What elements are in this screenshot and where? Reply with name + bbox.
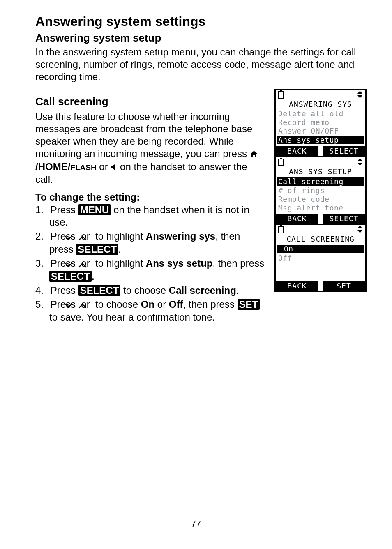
text-run: or bbox=[154, 299, 169, 310]
lcd-softkey-set[interactable]: SET bbox=[323, 281, 365, 291]
text-run: . bbox=[236, 285, 239, 296]
page-title: Answering system settings bbox=[35, 14, 367, 29]
step-5: Press or to choose On or Off, then press… bbox=[35, 298, 265, 324]
lcd-row bbox=[277, 262, 364, 271]
home-icon bbox=[250, 148, 258, 161]
steps-heading: To change the setting: bbox=[35, 191, 265, 203]
lcd-gap bbox=[318, 146, 323, 156]
svg-rect-9 bbox=[279, 226, 284, 233]
option-off: Off bbox=[169, 299, 183, 310]
lcd-row-highlighted: Call screening bbox=[277, 177, 364, 186]
option-on: On bbox=[141, 299, 154, 310]
lcd-column: ANSWERING SYS Delete all old Record memo… bbox=[274, 89, 367, 325]
lcd-screen-3: CALL SCREENING ✓On Off BACK SET bbox=[274, 224, 367, 292]
step-2: Press or to highlight Answering sys, the… bbox=[35, 230, 265, 256]
lcd-row-text: On bbox=[284, 245, 293, 253]
text-run: to choose bbox=[120, 285, 168, 296]
steps-list: Press MENU on the handset when it is not… bbox=[35, 204, 265, 323]
lcd-row bbox=[277, 271, 364, 279]
page-number: 77 bbox=[0, 519, 392, 529]
select-key: SELECT bbox=[78, 285, 121, 296]
step-3: Press or to highlight Ans sys setup, the… bbox=[35, 257, 265, 283]
lcd-row: Off bbox=[277, 254, 364, 262]
svg-marker-10 bbox=[357, 226, 362, 228]
battery-icon bbox=[278, 90, 284, 100]
lcd-gap bbox=[318, 281, 323, 291]
menu-target: Answering sys bbox=[146, 231, 215, 242]
svg-marker-11 bbox=[357, 230, 362, 233]
text-run: . bbox=[92, 271, 95, 282]
lcd-screen-1: ANSWERING SYS Delete all old Record memo… bbox=[274, 89, 367, 157]
battery-icon bbox=[278, 225, 284, 235]
lcd-title: CALL SCREENING bbox=[277, 235, 364, 243]
svg-rect-5 bbox=[279, 159, 284, 166]
svg-marker-3 bbox=[357, 95, 362, 98]
lcd-title: ANS SYS SETUP bbox=[277, 167, 364, 176]
lcd-row: Remote code bbox=[277, 195, 364, 203]
call-screening-paragraph: Use this feature to choose whether incom… bbox=[35, 111, 265, 186]
text-run: or bbox=[97, 161, 111, 172]
updown-icon bbox=[357, 90, 363, 100]
lcd-title: ANSWERING SYS bbox=[277, 100, 364, 108]
lcd-row: Answer ON/OFF bbox=[277, 127, 364, 135]
text-run: Press bbox=[51, 285, 78, 296]
subsection-heading: Call screening bbox=[35, 95, 265, 108]
svg-rect-1 bbox=[279, 92, 284, 98]
text-run: . bbox=[118, 244, 121, 255]
step-4: Press SELECT to choose Call screening. bbox=[35, 284, 265, 297]
speaker-icon bbox=[111, 161, 117, 173]
lcd-softkey-back[interactable]: BACK bbox=[276, 146, 318, 156]
lcd-softkey-back[interactable]: BACK bbox=[276, 214, 318, 224]
updown-icon bbox=[357, 225, 363, 235]
flash-label: FLASH bbox=[70, 163, 96, 172]
step-1: Press MENU on the handset when it is not… bbox=[35, 204, 265, 228]
svg-marker-6 bbox=[357, 158, 362, 161]
lcd-softkey-select[interactable]: SELECT bbox=[323, 214, 365, 224]
svg-marker-7 bbox=[357, 163, 362, 166]
svg-marker-2 bbox=[357, 91, 362, 94]
updown-icon bbox=[357, 158, 363, 168]
text-run: to save. You hear a confirmation tone. bbox=[49, 311, 215, 323]
lcd-row: Msg alert tone bbox=[277, 203, 364, 212]
check-icon: ✓ bbox=[278, 245, 284, 253]
text-run: , then press bbox=[213, 258, 264, 269]
lcd-row: # of rings bbox=[277, 186, 364, 195]
lcd-screen-2: ANS SYS SETUP Call screening # of rings … bbox=[274, 156, 367, 225]
lcd-softkey-select[interactable]: SELECT bbox=[323, 146, 365, 156]
lcd-softkey-back[interactable]: BACK bbox=[276, 281, 318, 291]
lcd-row: Record memo bbox=[277, 118, 364, 127]
home-label: /HOME/ bbox=[35, 161, 70, 172]
text-run: to highlight bbox=[92, 231, 145, 242]
lcd-row: Delete all old bbox=[277, 109, 364, 118]
text-run: , then press bbox=[183, 299, 237, 310]
set-key: SET bbox=[238, 299, 260, 310]
text-run: Press bbox=[51, 204, 78, 215]
lcd-row-highlighted: Ans sys setup bbox=[277, 136, 364, 144]
menu-target: Call screening bbox=[169, 285, 236, 296]
intro-paragraph: In the answering system setup menu, you … bbox=[35, 46, 367, 83]
text-run: to choose bbox=[92, 299, 141, 310]
section-heading: Answering system setup bbox=[35, 32, 367, 44]
select-key: SELECT bbox=[49, 271, 92, 282]
text-run: Use this feature to choose whether incom… bbox=[35, 111, 252, 159]
text-run: to highlight bbox=[92, 258, 145, 269]
menu-target: Ans sys setup bbox=[146, 258, 213, 269]
lcd-row-highlighted: ✓On bbox=[277, 245, 364, 253]
lcd-gap bbox=[318, 214, 323, 224]
battery-icon bbox=[278, 158, 284, 168]
menu-key: MENU bbox=[78, 204, 111, 215]
select-key: SELECT bbox=[76, 244, 118, 255]
